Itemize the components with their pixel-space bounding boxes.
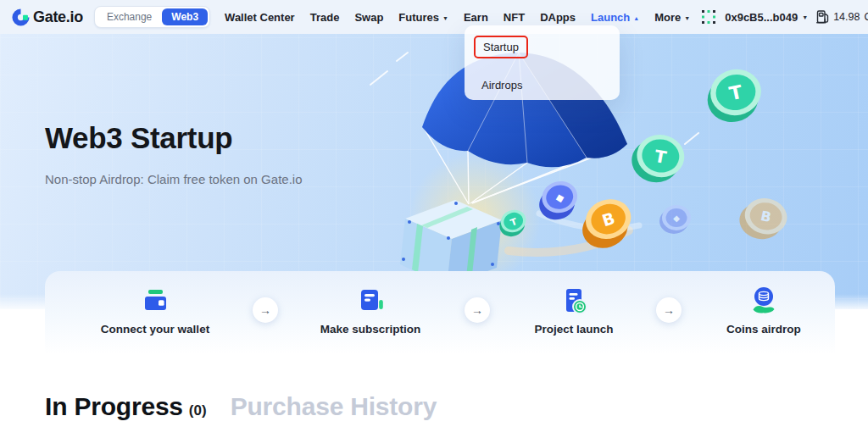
menu-item-airdrops[interactable]: Airdrops: [481, 79, 522, 92]
how-it-works-panel: Connect your wallet → Make subscription …: [45, 271, 835, 354]
step-label: Project launch: [534, 323, 613, 336]
nav-item-trade[interactable]: Trade: [310, 11, 340, 24]
exchange-web3-toggle: Exchange Web3: [94, 6, 210, 28]
menu-item-startup[interactable]: Startup: [474, 36, 528, 58]
nav-item-dapps[interactable]: DApps: [540, 11, 576, 24]
tab-in-progress[interactable]: In Progress (0): [45, 392, 207, 421]
wallet-icon: [140, 286, 170, 316]
page-subtitle: Non-stop Airdrop: Claim free token on Ga…: [45, 172, 303, 186]
gateio-logo-icon: [11, 8, 31, 27]
step-arrow: →: [465, 297, 490, 323]
tab-purchase-history[interactable]: Purchase History: [231, 392, 437, 421]
wallet-address-dropdown[interactable]: 0x9cB5...b049 ▼: [725, 11, 808, 24]
nav-item-earn[interactable]: Earn: [464, 11, 488, 24]
coins-airdrop-icon: [748, 286, 779, 316]
step-make-subscription: Make subscription: [286, 286, 455, 336]
main-nav: Wallet Center Trade Swap Futures ▼ Earn …: [225, 11, 690, 24]
nav-item-wallet-center[interactable]: Wallet Center: [225, 11, 295, 24]
step-arrow: →: [656, 297, 682, 323]
step-connect-wallet: Connect your wallet: [70, 286, 240, 336]
step-label: Connect your wallet: [101, 323, 209, 336]
nav-item-swap[interactable]: Swap: [354, 11, 383, 24]
step-coins-airdrop: Coins airdrop: [679, 286, 849, 336]
gas-pump-icon: [816, 9, 829, 25]
tab-in-progress-label: In Progress: [45, 392, 183, 421]
nav-item-nft[interactable]: NFT: [504, 11, 525, 24]
wallet-identicon[interactable]: [701, 9, 716, 25]
wallet-address: 0x9cB5...b049: [725, 11, 798, 24]
chevron-down-icon: ▼: [802, 14, 808, 20]
step-label: Make subscription: [320, 323, 421, 336]
launch-dropdown-menu: Startup Airdrops: [465, 25, 620, 100]
nav-item-futures[interactable]: Futures ▼: [398, 11, 448, 24]
arrow-right-icon: →: [471, 303, 483, 317]
brand-name: Gate.io: [33, 8, 83, 26]
chevron-down-icon: ▼: [684, 14, 690, 20]
top-nav-bar: Gate.io Exchange Web3 Wallet Center Trad…: [0, 0, 868, 34]
nav-item-launch[interactable]: Launch ▲: [591, 11, 639, 24]
nav-item-more[interactable]: More ▼: [654, 11, 690, 24]
subscription-icon: [355, 286, 386, 316]
in-progress-count: (0): [189, 402, 207, 419]
header-right-cluster: 0x9cB5...b049 ▼ 14.98 Gwei ▼: [701, 9, 868, 25]
chevron-down-icon: ▼: [442, 14, 448, 20]
gas-value: 14.98: [833, 11, 860, 23]
arrow-right-icon: →: [663, 303, 675, 317]
toggle-exchange[interactable]: Exchange: [97, 11, 162, 23]
chevron-up-icon: ▲: [633, 14, 639, 20]
web3-startup-page: T T T ◆ B ◆: [0, 0, 868, 427]
project-launch-icon: [559, 286, 589, 316]
step-arrow: →: [253, 297, 278, 323]
gas-price-dropdown[interactable]: 14.98 Gwei ▼: [816, 9, 868, 25]
toggle-web3[interactable]: Web3: [162, 8, 208, 25]
gas-unit: Gwei: [864, 11, 868, 23]
step-label: Coins airdrop: [726, 323, 801, 336]
progress-tabs: In Progress (0) Purchase History: [45, 392, 437, 421]
step-project-launch: Project launch: [489, 286, 659, 336]
page-title: Web3 Startup: [45, 121, 232, 155]
arrow-right-icon: →: [259, 303, 271, 317]
gateio-logo[interactable]: Gate.io: [11, 8, 83, 27]
